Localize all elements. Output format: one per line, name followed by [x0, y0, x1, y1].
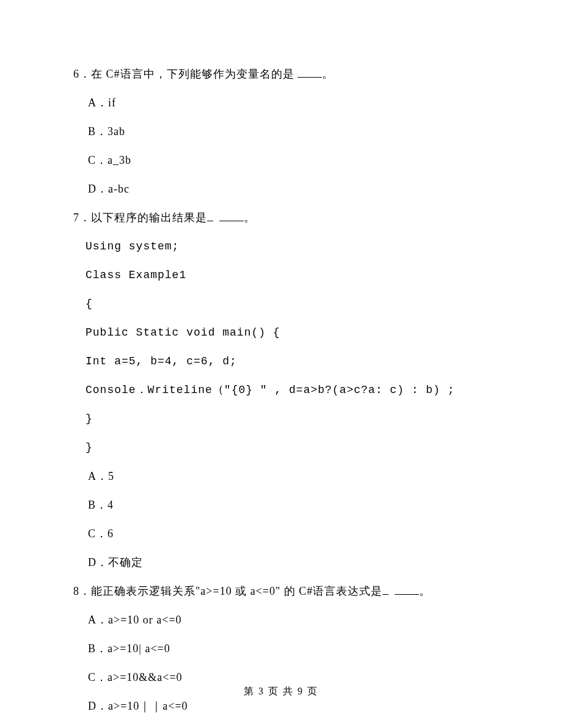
question-7-options: A．5 B．4 C．6 D．不确定: [73, 468, 489, 571]
question-7-text-pre: 以下程序的输出结果是: [91, 211, 207, 224]
blank-fill: [297, 77, 322, 78]
option-8-d: D．a>=10｜｜a<=0: [88, 698, 489, 715]
question-7-text-post: 。: [244, 211, 255, 224]
page-number: 第 3 页 共 9 页: [244, 686, 318, 696]
option-6-b: B．3ab: [88, 123, 489, 140]
code-line: {: [86, 296, 489, 312]
page-content: 6．在 C#语言中，下列能够作为变量名的是 。 A．if B．3ab C．a_3…: [0, 0, 562, 715]
option-8-c: C．a>=10&&a<=0: [88, 669, 489, 686]
code-line: Public Static void main() {: [86, 325, 489, 341]
code-line: Class Example1: [86, 267, 489, 284]
code-line: }: [86, 411, 489, 427]
question-7-code: Using system; Class Example1 { Public St…: [73, 238, 489, 456]
option-7-d: D．不确定: [88, 554, 489, 571]
option-6-d: D．a-bc: [88, 181, 489, 197]
page-footer: 第 3 页 共 9 页: [0, 684, 562, 699]
code-line: }: [86, 439, 489, 456]
code-line: Using system;: [86, 238, 489, 255]
question-8-text-post: 。: [419, 585, 431, 597]
option-7-c: C．6: [88, 526, 489, 542]
question-7: 7．以下程序的输出结果是 。 Using system; Class Examp…: [73, 210, 489, 571]
question-8-number: 8．: [73, 585, 91, 597]
code-line: Int a=5, b=4, c=6, d;: [86, 353, 489, 370]
blank-fill-short: [207, 221, 213, 221]
question-7-stem: 7．以下程序的输出结果是 。: [73, 210, 489, 226]
question-6-text-pre: 在 C#语言中，下列能够作为变量名的是: [91, 68, 297, 80]
question-6-stem: 6．在 C#语言中，下列能够作为变量名的是 。: [73, 66, 489, 83]
question-8-text-pre: 能正确表示逻辑关系"a>=10 或 a<=0" 的 C#语言表达式是: [91, 585, 382, 597]
option-8-a: A．a>=10 or a<=0: [88, 612, 489, 628]
question-8-stem: 8．能正确表示逻辑关系"a>=10 或 a<=0" 的 C#语言表达式是 。: [73, 583, 489, 600]
option-7-b: B．4: [88, 497, 489, 513]
code-line: Console．Writeline（"{0} " , d=a>b?(a>c?a:…: [86, 382, 489, 399]
option-7-a: A．5: [88, 468, 489, 485]
option-6-a: A．if: [88, 95, 489, 111]
blank-fill: [395, 594, 419, 595]
option-8-b: B．a>=10| a<=0: [88, 641, 489, 657]
question-7-number: 7．: [73, 211, 91, 224]
blank-fill: [219, 221, 244, 221]
option-6-c: C．a_3b: [88, 152, 489, 169]
question-6-options: A．if B．3ab C．a_3b D．a-bc: [73, 95, 489, 197]
question-8-options: A．a>=10 or a<=0 B．a>=10| a<=0 C．a>=10&&a…: [73, 612, 489, 715]
question-6-text-post: 。: [322, 68, 334, 80]
question-6: 6．在 C#语言中，下列能够作为变量名的是 。 A．if B．3ab C．a_3…: [73, 66, 489, 197]
question-6-number: 6．: [73, 68, 91, 80]
blank-fill-short: [382, 594, 389, 595]
